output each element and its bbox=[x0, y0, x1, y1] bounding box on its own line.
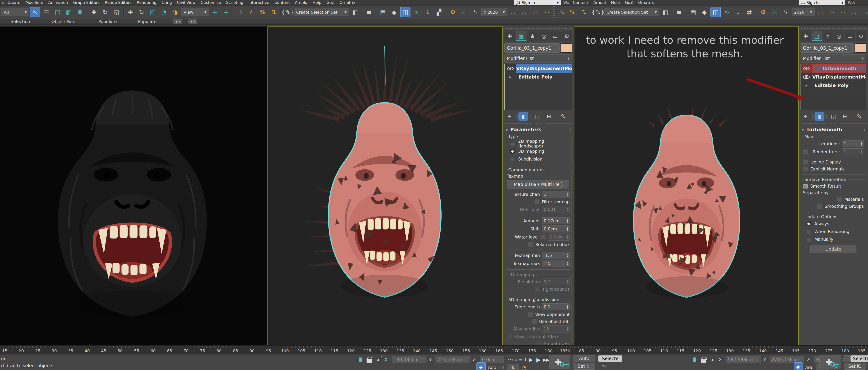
snaps-toggle-icon[interactable]: 3 bbox=[235, 7, 245, 17]
smooth-result-checkbox[interactable]: ✓Smooth Result bbox=[803, 183, 864, 190]
layer-manager-icon[interactable]: ▤ bbox=[688, 7, 698, 17]
align-icon[interactable]: ≡ bbox=[674, 7, 684, 17]
viewport-smoothed-mesh[interactable]: to work I need to remove this modifier t… bbox=[574, 27, 799, 345]
absolute-mode-icon[interactable]: ◆ bbox=[709, 356, 716, 363]
spinner-snap-icon[interactable]: ⇅ bbox=[269, 7, 279, 17]
timeline-frame-label[interactable]: 115 bbox=[677, 349, 684, 353]
motion-tab[interactable]: ◎ bbox=[834, 31, 844, 41]
update-button[interactable]: Update bbox=[810, 245, 857, 253]
smoothing-groups-checkbox[interactable]: Smoothing Groups bbox=[803, 203, 864, 210]
timeline-frame-label[interactable]: 90 bbox=[249, 349, 255, 353]
set-key-button[interactable]: Set K. bbox=[844, 363, 866, 370]
visibility-toggle[interactable] bbox=[505, 64, 516, 73]
menu-item-arnold[interactable]: Arnold bbox=[591, 0, 609, 5]
menu-item-ornatrix[interactable]: Ornatrix bbox=[337, 0, 358, 5]
hierarchy-tab[interactable]: ⋔ bbox=[527, 31, 538, 41]
rendered-frame-window-icon[interactable]: ♨ bbox=[459, 7, 469, 17]
timeline-frame-label[interactable]: 115 bbox=[331, 349, 338, 353]
teapot-icon[interactable]: ♨ bbox=[863, 7, 868, 17]
timeline-frame-label[interactable]: 135 bbox=[742, 349, 750, 353]
expand-arrow-icon[interactable]: ▸ bbox=[801, 81, 812, 90]
menu-item-civil-view[interactable]: Civil View bbox=[175, 0, 198, 5]
timeline-frame-label[interactable]: 35 bbox=[68, 349, 73, 353]
run-script-icon[interactable]: ▱ bbox=[542, 7, 552, 17]
ribbon-tab-object-paint[interactable]: Object Paint bbox=[41, 19, 88, 24]
timeline-frame-label[interactable]: 105 bbox=[298, 349, 305, 353]
maxscript-listener-icon[interactable]: ▱ bbox=[815, 7, 826, 17]
menu-item-rendering[interactable]: Rendering bbox=[134, 0, 159, 5]
scene-explorer-icon[interactable]: ◆ bbox=[389, 7, 399, 17]
menu-item-help[interactable]: Help bbox=[609, 0, 622, 5]
radio-manually[interactable]: Manually bbox=[803, 236, 864, 243]
menu-item-create[interactable]: Create bbox=[5, 0, 23, 5]
explicit-normals-checkbox[interactable]: Explicit Normals bbox=[803, 165, 864, 173]
percent-snap-icon[interactable]: % bbox=[257, 7, 268, 17]
object-color-swatch[interactable] bbox=[855, 43, 866, 53]
water-level-checkbox[interactable] bbox=[540, 235, 546, 240]
timeline-frame-label[interactable]: 160 bbox=[479, 349, 487, 353]
timeline-frame-label[interactable]: 175 bbox=[825, 349, 833, 353]
isoline-display-checkbox[interactable]: Isoline Display bbox=[803, 158, 864, 165]
ribbon-options-button[interactable]: ▼▾ bbox=[188, 19, 197, 24]
timeline-frame-label[interactable]: 90 bbox=[596, 349, 601, 353]
render-help-icon[interactable]: ♨ bbox=[556, 7, 567, 17]
modifier-list-dropdown[interactable]: Modifier List ▼ bbox=[504, 55, 572, 63]
set-keys-button[interactable]: ✚ bbox=[819, 355, 841, 369]
timeline-ruler[interactable]: 1520253035404550556065707580859095100105… bbox=[0, 345, 868, 354]
mirror-icon[interactable]: ◧ bbox=[660, 7, 671, 17]
sign-in-button-2[interactable]: Sign In ▼ bbox=[799, 0, 845, 5]
named-selection-set-dropdown[interactable]: Create Selection Set▼ bbox=[294, 8, 349, 17]
lock-selection-icon[interactable] bbox=[367, 359, 372, 363]
edit-named-selection-sets-icon[interactable]: {✎} bbox=[593, 7, 603, 17]
isolate-selection-button[interactable]: ◈ bbox=[794, 362, 803, 370]
menu-item-modifiers[interactable]: Modifiers bbox=[23, 0, 46, 5]
new-script-icon[interactable]: ▱ bbox=[827, 7, 837, 17]
ribbon-minimize-button[interactable]: ▼▾ bbox=[173, 19, 182, 24]
render-preset-dropdown[interactable]: x 2020▼ bbox=[482, 8, 507, 17]
key-filters-button[interactable]: Selecte bbox=[598, 355, 622, 362]
timeline-frame-label[interactable]: 95 bbox=[266, 349, 271, 353]
object-color-swatch[interactable] bbox=[561, 43, 572, 53]
open-script-icon[interactable]: ▱ bbox=[838, 7, 848, 17]
timeline-frame-label[interactable]: 170 bbox=[808, 349, 816, 353]
set-keys-button[interactable]: ✚ bbox=[549, 355, 570, 369]
dope-sheet-icon[interactable]: ↓ bbox=[423, 7, 433, 17]
x-coordinate-field[interactable]: 587,588cm bbox=[726, 356, 761, 363]
curve-editor-icon[interactable]: ∿ bbox=[411, 7, 422, 17]
timeline-frame-label[interactable]: 125 bbox=[710, 349, 717, 353]
modifier-list-dropdown[interactable]: Modifier List ▼ bbox=[801, 55, 866, 63]
timeline-frame-label[interactable]: 145 bbox=[776, 349, 783, 353]
timeline-frame-label[interactable]: 165 bbox=[792, 349, 800, 353]
remove-modifier-icon[interactable]: ⊟ bbox=[544, 112, 554, 121]
menu-item-graph-editors[interactable]: Graph Editors bbox=[70, 0, 102, 5]
materials-checkbox[interactable]: Materials bbox=[803, 196, 864, 203]
lock-selection-icon[interactable] bbox=[701, 359, 706, 363]
time-configuration-icon[interactable]: ◔ bbox=[522, 365, 526, 370]
timeline-frame-label[interactable]: 85 bbox=[579, 349, 584, 353]
menu-item-goz[interactable]: GoZ bbox=[324, 0, 337, 5]
render-preset-dropdown[interactable]: 2020▼ bbox=[792, 8, 814, 17]
render-setup-icon[interactable]: ⚙ bbox=[448, 7, 458, 17]
new-script-icon[interactable]: ▱ bbox=[519, 7, 530, 17]
rendered-viewport[interactable] bbox=[0, 27, 268, 345]
object-name-field[interactable]: Gorilla_03_1_copy1 bbox=[801, 43, 854, 53]
radio-2d-mapping[interactable]: 2D mapping (landscape) bbox=[507, 140, 570, 148]
hierarchy-tab[interactable]: ⋔ bbox=[823, 31, 833, 41]
selection-filter-dropdown[interactable]: All▼ bbox=[1, 8, 29, 17]
radio-3d-mapping[interactable]: 3D mapping bbox=[507, 148, 570, 155]
add-time-tag-label[interactable]: Add bbox=[805, 365, 814, 370]
render-production-icon[interactable]: ϟ bbox=[780, 7, 791, 17]
texmap-min-spinner[interactable]: -1,5▲▼ bbox=[542, 252, 570, 259]
edit-named-selection-sets-icon[interactable]: {✎} bbox=[282, 7, 293, 17]
menu-item-help[interactable]: Help bbox=[310, 0, 324, 5]
reference-coordinate-dropdown[interactable]: View▼ bbox=[181, 8, 209, 17]
isolate-selection-button[interactable]: ◈ bbox=[476, 362, 486, 370]
pin-stack-icon[interactable]: ⌖ bbox=[504, 112, 514, 121]
display-tab[interactable]: ▭ bbox=[845, 31, 855, 41]
make-unique-icon[interactable]: ◲ bbox=[829, 112, 838, 121]
layer-manager-icon[interactable]: ▤ bbox=[378, 7, 388, 17]
timeline-frame-label[interactable]: 20 bbox=[19, 349, 24, 353]
motion-tab[interactable]: ◎ bbox=[538, 31, 549, 41]
modify-tab[interactable]: ▧ bbox=[516, 31, 526, 41]
view-dependent-checkbox[interactable]: View-dependent bbox=[507, 311, 570, 318]
